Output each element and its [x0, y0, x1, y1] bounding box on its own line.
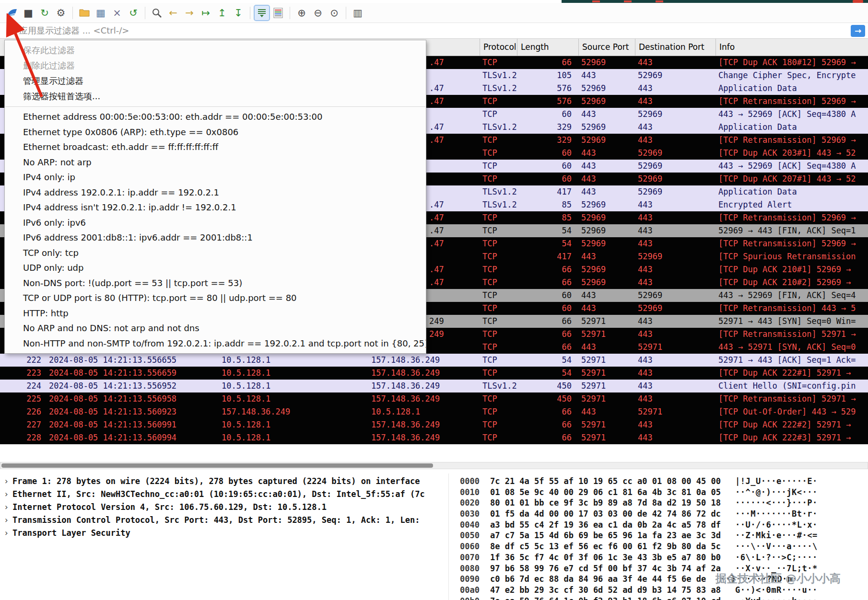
last-packet-icon[interactable]: ↧ [231, 6, 246, 20]
colorize-packets-icon[interactable] [271, 6, 285, 20]
menu-filter-example[interactable]: No ARP and no DNS: not arp and not dns [5, 321, 426, 336]
packet-row[interactable]: TCP6044352969[TCP Dup ACK 203#1] 443 → 5… [426, 147, 868, 160]
packet-row[interactable]: TLSv1.241744352969Application Data [426, 185, 868, 198]
hex-line[interactable]: 0050a7 c7 5a 15 4d 6b 69 be 65 96 1a fa … [449, 530, 868, 541]
packet-row[interactable]: .47TCP8552969443[TCP Retransmission] 529… [426, 211, 868, 224]
hex-line[interactable]: 003001 f5 da 4d 00 00 17 03 03 00 de 42 … [449, 508, 868, 519]
find-packet-icon[interactable] [150, 6, 164, 20]
menu-filter-example[interactable]: No ARP: not arp [5, 155, 426, 170]
menu-filter-example[interactable]: IPv6 only: ipv6 [5, 215, 426, 231]
packet-row[interactable]: .47TLSv1.28552969443Encrypted Alert [426, 198, 868, 211]
packet-row[interactable]: 249TCP6652971443[TCP Retransmission] 529… [426, 328, 868, 341]
expander-icon[interactable]: › [0, 501, 12, 514]
column-header-info[interactable]: Info [716, 39, 868, 56]
go-forward-icon[interactable]: → [182, 6, 197, 20]
menu-filter-example[interactable]: HTTP: http [5, 306, 426, 321]
menu-filter-example[interactable]: TCP only: tcp [5, 245, 426, 261]
zoom-in-icon[interactable]: ⊕ [294, 6, 309, 20]
reload-file-icon[interactable]: ↺ [126, 6, 141, 20]
menu-filter-example[interactable]: TCP or UDP port is 80 (HTTP): tcp.port =… [5, 290, 426, 306]
packet-row[interactable]: 2232024-08-05 14:21:13.55665910.5.128.11… [0, 367, 868, 380]
menu-filter-example[interactable]: Ethernet broadcast: eth.addr == ff:ff:ff… [5, 139, 426, 155]
detail-line[interactable]: ›Transmission Control Protocol, Src Port… [0, 514, 447, 527]
hex-line[interactable]: 001001 08 5e 9c 40 00 29 06 c1 81 6a 4b … [449, 487, 868, 498]
packet-row[interactable]: TLSv1.210544352969Change Cipher Spec, En… [426, 69, 868, 82]
close-file-icon[interactable]: × [110, 6, 124, 20]
packet-row[interactable]: .47TCP6652969443[TCP Dup ACK 210#2] 5296… [426, 276, 868, 289]
packet-row[interactable]: 2262024-08-05 14:21:13.560923157.148.36.… [0, 405, 868, 418]
menu-item[interactable]: 管理显示过滤器 [5, 73, 426, 89]
zoom-normal-icon[interactable]: ⊙ [327, 6, 341, 20]
zoom-out-icon[interactable]: ⊖ [311, 6, 325, 20]
hex-line[interactable]: 002080 01 01 bb ce 9f 3c b9 89 a8 7d 8a … [449, 497, 868, 508]
hex-line[interactable]: 00007c 21 4a 5f 55 af 10 19 65 cc a0 01 … [449, 476, 868, 487]
detail-line[interactable]: ›Ethernet II, Src: NewH3CTechno_cc:a0:01… [0, 488, 447, 501]
packet-row[interactable]: 2252024-08-05 14:21:13.55695810.5.128.11… [0, 392, 868, 405]
packet-row[interactable]: TCP41744352969[TCP Spurious Retransmissi… [426, 250, 868, 263]
hex-line[interactable]: 00a047 e2 bb 29 3c cf 30 6d 52 ad d9 b3 … [449, 585, 868, 596]
packet-row[interactable]: TCP6044352969443 → 52969 [FIN, ACK] Seq=… [426, 289, 868, 302]
packet-row[interactable]: .47TCP5452969443[TCP Retransmission] 529… [426, 237, 868, 250]
packet-row[interactable]: .47TCP32952969443[TCP Retransmission] 52… [426, 134, 868, 147]
save-file-icon[interactable]: ▦ [94, 6, 108, 20]
menu-item[interactable]: 筛选器按钮首选项... [5, 89, 426, 104]
packet-row[interactable]: 2242024-08-05 14:21:13.55695210.5.128.11… [0, 380, 868, 392]
packet-row[interactable]: TCP6044352969[TCP Retransmission] 443 → … [426, 302, 868, 315]
restart-capture-icon[interactable]: ↻ [37, 6, 52, 20]
menu-filter-example[interactable]: IPv4 address isn't 192.0.2.1: ip.addr !=… [5, 200, 426, 215]
packet-row[interactable]: .47TLSv1.257652969443Application Data [426, 82, 868, 95]
menu-filter-example[interactable]: IPv6 address 2001:db8::1: ipv6.addr == 2… [5, 230, 426, 245]
menu-item[interactable]: 删除此过滤器 [5, 58, 426, 73]
open-file-icon[interactable] [77, 6, 92, 20]
packet-row[interactable]: TCP6044352969443 → 52969 [ACK] Seq=4380 … [426, 160, 868, 173]
expander-icon[interactable]: › [0, 488, 12, 501]
expander-icon[interactable]: › [0, 527, 12, 540]
packet-row[interactable]: .47TCP6652969443[TCP Dup ACK 210#1] 5296… [426, 263, 868, 276]
first-packet-icon[interactable]: ↥ [215, 6, 229, 20]
packet-row[interactable]: 2272024-08-05 14:21:13.56099110.5.128.11… [0, 418, 868, 431]
go-back-icon[interactable]: ← [166, 6, 180, 20]
hex-line[interactable]: 00701f 36 5c f7 4c 0f 3f 06 1c 3e 43 3b … [449, 552, 868, 563]
auto-scroll-icon[interactable] [255, 6, 269, 20]
hex-line[interactable]: 00608e df c5 5c 13 ef 56 ec f6 00 61 f2 … [449, 541, 868, 552]
packet-row[interactable]: 249TCP665297144352971 → 443 [SYN] Seq=0 … [426, 315, 868, 328]
packet-row[interactable]: .47TCP57652969443[TCP Retransmission] 52… [426, 95, 868, 108]
packet-row[interactable]: TCP6044352969[TCP Dup ACK 207#1] 443 → 5… [426, 173, 868, 185]
resize-columns-icon[interactable]: ▥ [351, 6, 365, 20]
packet-row[interactable]: 2222024-08-05 14:21:13.55665510.5.128.11… [0, 354, 868, 367]
detail-line[interactable]: ›Internet Protocol Version 4, Src: 106.7… [0, 501, 447, 514]
menu-filter-example[interactable]: Non-HTTP and non-SMTP to/from 192.0.2.1:… [5, 336, 426, 351]
filter-bookmark-icon[interactable]: ⚑ [6, 25, 14, 36]
menu-filter-example[interactable]: IPv4 address 192.0.2.1: ip.addr == 192.0… [5, 185, 426, 200]
hex-line[interactable]: 00b07e ea 59 76 64 1c 0b f2 93 b1 18 6b … [449, 596, 868, 600]
horizontal-scrollbar[interactable] [0, 462, 868, 469]
column-header-length[interactable]: Length [517, 39, 578, 56]
hex-line[interactable]: 0040a3 bd 55 c4 2f 19 36 ea c1 da 0b 2a … [449, 519, 868, 531]
menu-filter-example[interactable]: Ethernet type 0x0806 (ARP): eth.type == … [5, 125, 426, 140]
menu-item[interactable]: 保存此过滤器 [5, 43, 426, 58]
menu-filter-example[interactable]: IPv4 only: ip [5, 170, 426, 185]
filter-apply-button[interactable]: → [851, 25, 865, 37]
go-to-packet-icon[interactable]: ↦ [199, 6, 213, 20]
scrollbar-thumb[interactable] [1, 463, 433, 468]
packet-row[interactable]: TCP6044352969443 → 52969 [ACK] Seq=4380 … [426, 108, 868, 121]
packet-row[interactable]: TCP6644352971443 → 52971 [SYN, ACK] Seq=… [426, 341, 868, 354]
expander-icon[interactable]: › [0, 475, 12, 488]
packet-row[interactable]: .47TCP6652969443[TCP Dup ACK 180#12] 529… [426, 56, 868, 69]
detail-line[interactable]: ›Frame 1: 278 bytes on wire (2224 bits),… [0, 475, 447, 488]
stop-capture-icon[interactable]: ■ [21, 6, 35, 20]
start-capture-icon[interactable] [5, 6, 19, 20]
menu-filter-example[interactable]: UDP only: udp [5, 260, 426, 276]
packet-row[interactable]: 2282024-08-05 14:21:13.56099410.5.128.11… [0, 431, 868, 444]
capture-options-icon[interactable]: ⚙ [54, 6, 68, 20]
column-header-destination-port[interactable]: Destination Port [635, 39, 716, 56]
filter-input[interactable]: 应用显示过滤器 ... <Ctrl-/> [19, 25, 851, 36]
detail-line[interactable]: ›Transport Layer Security [0, 527, 447, 540]
packet-row[interactable]: .47TLSv1.232952969443Application Data [426, 121, 868, 134]
menu-filter-example[interactable]: Non-DNS port: !(udp.port == 53 || tcp.po… [5, 276, 426, 291]
column-header-source-port[interactable]: Source Port [578, 39, 635, 56]
column-header-protocol[interactable]: Protocol [480, 39, 517, 56]
menu-filter-example[interactable]: Ethernet address 00:00:5e:00:53:00: eth.… [5, 109, 426, 125]
packet-row[interactable]: .47TCP545296944352969 → 443 [FIN, ACK] S… [426, 224, 868, 237]
expander-icon[interactable]: › [0, 514, 12, 527]
